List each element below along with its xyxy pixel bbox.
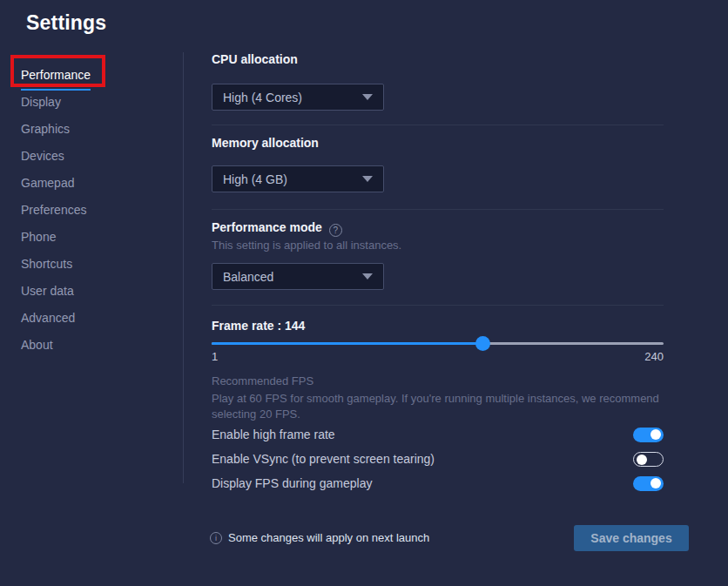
page-title: Settings [26,11,106,35]
performance-mode-label: Performance mode? [212,220,342,237]
memory-allocation-value: High (4 GB) [223,172,287,186]
vsync-toggle[interactable] [633,452,664,467]
sidebar-item-graphics[interactable]: Graphics [21,122,70,139]
memory-allocation-label: Memory allocation [212,136,319,150]
sidebar-item-display[interactable]: Display [21,95,61,112]
help-icon[interactable]: ? [329,224,342,237]
chevron-down-icon [362,176,373,182]
sidebar-item-performance[interactable]: Performance [21,68,91,85]
toggle-label: Display FPS during gameplay [212,476,372,490]
footer-note-text: Some changes will apply on next launch [228,531,429,544]
cpu-allocation-label: CPU allocation [212,52,298,66]
toggle-knob [637,455,647,465]
memory-allocation-dropdown[interactable]: High (4 GB) [212,165,384,192]
section-divider [212,125,664,125]
frame-rate-max-label: 240 [644,350,664,363]
toggle-row-high-frame-rate: Enable high frame rate [212,427,664,444]
section-divider [212,209,664,210]
high-frame-rate-toggle[interactable] [633,428,664,442]
recommended-fps-body: Play at 60 FPS for smooth gameplay. If y… [212,391,664,422]
apply-on-next-launch-note: i Some changes will apply on next launch [210,531,429,544]
sidebar-item-shortcuts[interactable]: Shortcuts [21,257,72,274]
performance-mode-dropdown[interactable]: Balanced [212,263,384,290]
frame-rate-label: Frame rate : 144 [212,319,305,333]
toggle-label: Enable high frame rate [212,428,335,441]
toggle-knob [650,478,661,488]
performance-mode-subtext: This setting is applied to all instances… [212,239,401,252]
performance-mode-value: Balanced [223,270,273,284]
frame-rate-slider[interactable] [212,339,664,347]
sidebar-content-divider [183,52,184,483]
slider-fill [212,342,482,345]
chevron-down-icon [362,94,373,100]
active-tab-underline [21,89,91,91]
info-icon: i [210,532,222,544]
toggle-row-display-fps: Display FPS during gameplay [212,475,664,493]
recommended-fps-title: Recommended FPS [212,374,313,387]
sidebar-item-gamepad[interactable]: Gamepad [21,176,74,193]
toggle-row-vsync: Enable VSync (to prevent screen tearing) [212,451,664,468]
sidebar-item-preferences[interactable]: Preferences [21,203,86,220]
sidebar-item-devices[interactable]: Devices [21,149,64,166]
frame-rate-min-label: 1 [212,350,218,363]
sidebar-item-user-data[interactable]: User data [21,284,74,301]
toggle-knob [650,429,661,440]
save-changes-button[interactable]: Save changes [574,525,689,551]
toggle-label: Enable VSync (to prevent screen tearing) [212,452,435,466]
slider-thumb[interactable] [475,336,490,351]
cpu-allocation-dropdown[interactable]: High (4 Cores) [212,84,384,111]
chevron-down-icon [362,273,373,280]
section-divider [212,305,664,306]
sidebar-item-advanced[interactable]: Advanced [21,311,75,328]
sidebar-item-about[interactable]: About [21,338,53,355]
display-fps-toggle[interactable] [633,476,664,491]
cpu-allocation-value: High (4 Cores) [223,91,302,104]
sidebar-item-phone[interactable]: Phone [21,230,56,247]
